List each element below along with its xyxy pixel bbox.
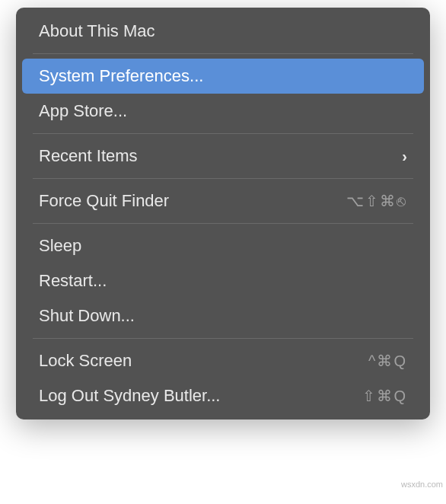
menu-item-label: Lock Screen xyxy=(39,351,132,371)
menu-item-label: About This Mac xyxy=(39,21,155,41)
menu-item-label: Sleep xyxy=(39,236,81,256)
menu-separator xyxy=(33,53,413,54)
menu-item-about-this-mac[interactable]: About This Mac xyxy=(22,14,424,49)
menu-item-sleep[interactable]: Sleep xyxy=(22,228,424,263)
chevron-right-icon: › xyxy=(402,148,407,165)
menu-separator xyxy=(33,178,413,179)
menu-item-label: Restart... xyxy=(39,271,107,291)
menu-item-lock-screen[interactable]: Lock Screen ^⌘Q xyxy=(22,343,424,378)
menu-item-label: Shut Down... xyxy=(39,306,135,326)
menu-separator xyxy=(33,133,413,134)
menu-item-system-preferences[interactable]: System Preferences... xyxy=(22,59,424,94)
menu-item-recent-items[interactable]: Recent Items › xyxy=(22,139,424,174)
keyboard-shortcut: ^⌘Q xyxy=(368,352,407,370)
menu-item-label: Force Quit Finder xyxy=(39,191,169,211)
keyboard-shortcut: ⌥⇧⌘⎋ xyxy=(346,192,407,210)
menu-item-label: Recent Items xyxy=(39,146,138,166)
menu-item-label: Log Out Sydney Butler... xyxy=(39,386,220,406)
menu-item-restart[interactable]: Restart... xyxy=(22,263,424,298)
menu-item-log-out[interactable]: Log Out Sydney Butler... ⇧⌘Q xyxy=(22,378,424,413)
menu-item-label: System Preferences... xyxy=(39,66,203,86)
menu-separator xyxy=(33,223,413,224)
menu-item-app-store[interactable]: App Store... xyxy=(22,94,424,129)
keyboard-shortcut: ⇧⌘Q xyxy=(362,387,407,405)
apple-menu: About This Mac System Preferences... App… xyxy=(16,8,430,419)
watermark-text: wsxdn.com xyxy=(401,480,443,489)
menu-separator xyxy=(33,338,413,339)
menu-item-force-quit[interactable]: Force Quit Finder ⌥⇧⌘⎋ xyxy=(22,183,424,219)
menu-item-shut-down[interactable]: Shut Down... xyxy=(22,298,424,333)
menu-item-label: App Store... xyxy=(39,101,127,121)
